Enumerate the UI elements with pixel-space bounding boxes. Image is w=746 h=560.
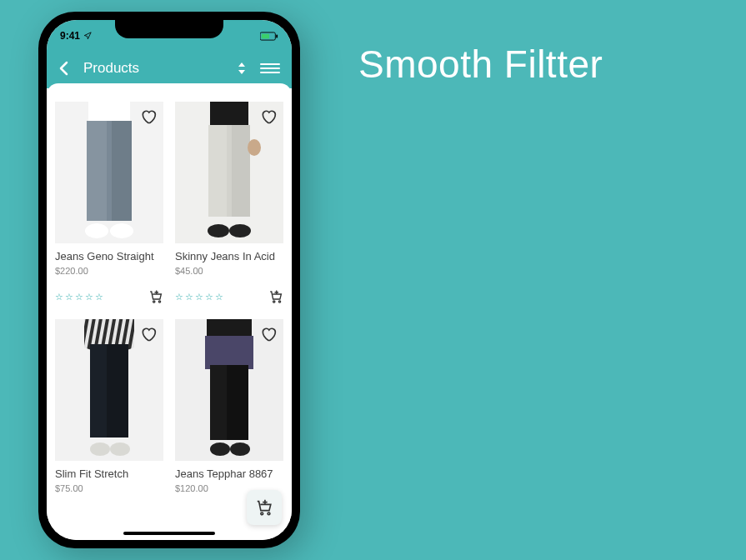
svg-point-16 <box>208 224 229 238</box>
favorite-button[interactable] <box>260 108 277 125</box>
rating-stars[interactable]: ☆☆☆☆☆ <box>55 292 103 302</box>
back-button[interactable] <box>58 61 75 76</box>
svg-rect-28 <box>205 336 253 369</box>
add-to-cart-button[interactable] <box>148 289 163 304</box>
svg-point-31 <box>210 442 230 456</box>
phone-frame: 9:41 Products <box>38 12 300 548</box>
location-icon <box>83 32 92 40</box>
product-name: Slim Fit Stretch <box>55 468 163 480</box>
product-image[interactable] <box>175 102 283 243</box>
svg-point-8 <box>110 223 133 238</box>
product-image[interactable] <box>55 102 163 243</box>
favorite-button[interactable] <box>140 108 157 125</box>
add-to-cart-button[interactable] <box>268 289 283 304</box>
product-list[interactable]: Jeans Geno Straight $220.00 ☆☆☆☆☆ <box>47 83 292 540</box>
svg-point-10 <box>158 301 160 302</box>
svg-point-15 <box>248 139 261 156</box>
svg-rect-30 <box>210 365 227 440</box>
favorite-button[interactable] <box>260 326 277 342</box>
svg-point-34 <box>268 512 270 515</box>
svg-point-17 <box>229 224 251 238</box>
nav-title: Products <box>83 60 232 77</box>
svg-point-7 <box>85 223 108 238</box>
svg-point-19 <box>278 301 280 302</box>
product-price: $75.00 <box>55 483 163 493</box>
product-card[interactable]: Skinny Jeans In Acid $45.00 ☆☆☆☆☆ <box>175 102 283 304</box>
favorite-button[interactable] <box>140 326 157 342</box>
product-price: $220.00 <box>55 266 163 276</box>
home-indicator[interactable] <box>123 532 215 535</box>
battery-icon <box>260 32 278 41</box>
svg-point-9 <box>153 301 155 302</box>
svg-rect-24 <box>90 344 107 438</box>
phone-screen: 9:41 Products <box>47 20 292 540</box>
product-image[interactable] <box>175 319 283 461</box>
svg-point-32 <box>230 442 250 456</box>
nav-bar: Products <box>47 48 292 88</box>
menu-button[interactable] <box>260 63 280 73</box>
svg-rect-5 <box>87 121 107 221</box>
svg-point-33 <box>261 512 263 515</box>
cart-fab[interactable] <box>247 490 282 525</box>
page-headline: Smooth Filtter <box>358 42 603 87</box>
svg-rect-2 <box>276 34 278 38</box>
phone-notch <box>115 20 223 38</box>
product-card[interactable]: Jeans Tepphar 8867 $120.00 <box>175 319 283 493</box>
product-image[interactable] <box>55 319 163 461</box>
product-card[interactable]: Jeans Geno Straight $220.00 ☆☆☆☆☆ <box>55 102 163 304</box>
product-name: Jeans Tepphar 8867 <box>175 468 283 480</box>
svg-rect-1 <box>262 33 269 38</box>
product-name: Jeans Geno Straight <box>55 250 163 262</box>
rating-stars[interactable]: ☆☆☆☆☆ <box>175 292 223 302</box>
svg-rect-6 <box>112 121 132 221</box>
svg-rect-13 <box>208 125 227 217</box>
sort-button[interactable] <box>232 62 252 75</box>
svg-point-26 <box>110 442 130 456</box>
product-card[interactable]: Slim Fit Stretch $75.00 <box>55 319 163 493</box>
status-time: 9:41 <box>60 30 80 42</box>
svg-point-25 <box>90 442 110 456</box>
product-name: Skinny Jeans In Acid <box>175 250 283 262</box>
svg-point-18 <box>273 301 275 302</box>
product-price: $45.00 <box>175 266 283 276</box>
svg-rect-14 <box>232 125 250 217</box>
